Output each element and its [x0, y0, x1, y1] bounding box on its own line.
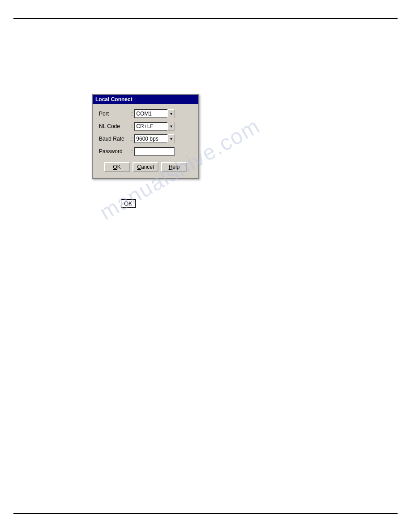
ok-button-label: OK [113, 164, 120, 170]
top-border [13, 18, 398, 19]
dialog-titlebar: Local Connect [93, 95, 198, 104]
ok-reference-box: OK [121, 199, 136, 208]
password-colon: : [131, 148, 133, 154]
nlcode-label: NL Code [99, 123, 131, 129]
dialog-window: Local Connect Port : COM1 COM2 COM3 [92, 94, 199, 179]
cancel-button-label: Cancel [137, 164, 154, 170]
page-content: Local Connect Port : COM1 COM2 COM3 [13, 25, 398, 507]
ok-reference-label: OK [124, 200, 133, 207]
port-row: Port : COM1 COM2 COM3 COM4 ▼ [99, 109, 192, 118]
password-control [134, 147, 192, 156]
baudrate-label: Baud Rate [99, 136, 131, 142]
dialog-body: Port : COM1 COM2 COM3 COM4 ▼ [93, 104, 198, 178]
nlcode-row: NL Code : CR+LF CR LF ▼ [99, 122, 192, 131]
port-select-container[interactable]: COM1 COM2 COM3 COM4 ▼ [134, 109, 175, 118]
ok-button[interactable]: OK [104, 162, 130, 172]
port-colon: : [131, 111, 133, 117]
port-select[interactable]: COM1 COM2 COM3 COM4 [134, 109, 175, 118]
port-label: Port [99, 111, 131, 117]
nlcode-control: CR+LF CR LF ▼ [134, 122, 192, 131]
help-button[interactable]: Help [161, 162, 187, 172]
baudrate-select[interactable]: 9600 bps 19200 bps 38400 bps [134, 134, 175, 143]
dialog-title: Local Connect [95, 96, 133, 103]
password-input[interactable] [134, 147, 175, 156]
baudrate-colon: : [131, 136, 133, 142]
nlcode-select[interactable]: CR+LF CR LF [134, 122, 175, 131]
help-button-label: Help [169, 164, 180, 170]
password-row: Password : [99, 147, 192, 156]
nlcode-select-container[interactable]: CR+LF CR LF ▼ [134, 122, 175, 131]
password-label: Password [99, 148, 131, 154]
baudrate-select-container[interactable]: 9600 bps 19200 bps 38400 bps ▼ [134, 134, 175, 143]
baudrate-row: Baud Rate : 9600 bps 19200 bps 38400 bps… [99, 134, 192, 143]
bottom-border [13, 513, 398, 514]
cancel-button[interactable]: Cancel [133, 162, 158, 172]
port-control: COM1 COM2 COM3 COM4 ▼ [134, 109, 192, 118]
local-connect-dialog: Local Connect Port : COM1 COM2 COM3 [92, 94, 199, 179]
baudrate-control: 9600 bps 19200 bps 38400 bps ▼ [134, 134, 192, 143]
ok-reference-wrapper: OK [121, 199, 136, 208]
nlcode-colon: : [131, 123, 133, 129]
dialog-buttons: OK Cancel Help [99, 162, 192, 172]
